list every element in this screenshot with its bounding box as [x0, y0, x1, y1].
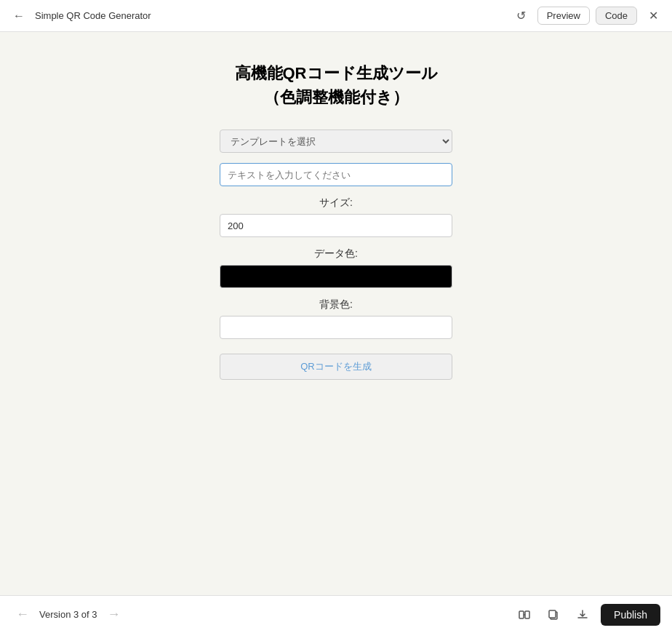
compare-button[interactable]: [513, 605, 535, 624]
close-button[interactable]: ✕: [643, 6, 663, 26]
bottom-left: ← Version 3 of 3 →: [12, 604, 125, 625]
generate-button[interactable]: QRコードを生成: [220, 354, 452, 380]
version-label: Version 3 of 3: [39, 609, 97, 620]
generate-group: QRコードを生成: [220, 349, 452, 380]
duplicate-icon: [547, 608, 560, 621]
size-input[interactable]: [220, 214, 452, 237]
duplicate-button[interactable]: [543, 605, 564, 624]
code-button[interactable]: Code: [596, 7, 637, 25]
size-group: サイズ:: [220, 196, 452, 237]
data-color-picker[interactable]: [220, 265, 452, 288]
compare-icon: [518, 608, 531, 621]
bg-color-label: 背景色:: [220, 298, 452, 311]
download-button[interactable]: [572, 605, 593, 624]
text-input[interactable]: [220, 163, 452, 186]
top-bar-left: ← Simple QR Code Generator: [9, 6, 151, 26]
form-container: 高機能QRコード生成ツール（色調整機能付き） テンプレートを選択 サイズ: デー…: [220, 61, 452, 390]
bottom-right: Publish: [513, 604, 660, 626]
download-icon: [576, 608, 589, 621]
top-bar: ← Simple QR Code Generator ↺ Preview Cod…: [0, 0, 672, 32]
next-version-button[interactable]: →: [103, 604, 125, 625]
main-content: 高機能QRコード生成ツール（色調整機能付き） テンプレートを選択 サイズ: デー…: [0, 32, 672, 595]
refresh-button[interactable]: ↺: [511, 6, 532, 26]
svg-rect-1: [525, 611, 529, 618]
prev-version-button[interactable]: ←: [12, 604, 33, 625]
data-color-group: データ色:: [220, 247, 452, 288]
template-group: テンプレートを選択: [220, 130, 452, 153]
size-label: サイズ:: [220, 196, 452, 210]
data-color-label: データ色:: [220, 247, 452, 260]
top-bar-right: ↺ Preview Code ✕: [511, 6, 663, 26]
svg-rect-0: [519, 611, 524, 618]
text-input-group: [220, 163, 452, 186]
back-button[interactable]: ←: [9, 6, 29, 26]
bg-color-picker[interactable]: [220, 316, 452, 339]
publish-button[interactable]: Publish: [601, 604, 660, 626]
bottom-bar: ← Version 3 of 3 → Publish: [0, 595, 672, 633]
svg-rect-4: [549, 610, 556, 618]
preview-button[interactable]: Preview: [537, 7, 590, 25]
app-title: Simple QR Code Generator: [35, 10, 151, 21]
template-select[interactable]: テンプレートを選択: [220, 130, 452, 153]
bg-color-group: 背景色:: [220, 298, 452, 339]
page-title: 高機能QRコード生成ツール（色調整機能付き）: [235, 61, 438, 109]
